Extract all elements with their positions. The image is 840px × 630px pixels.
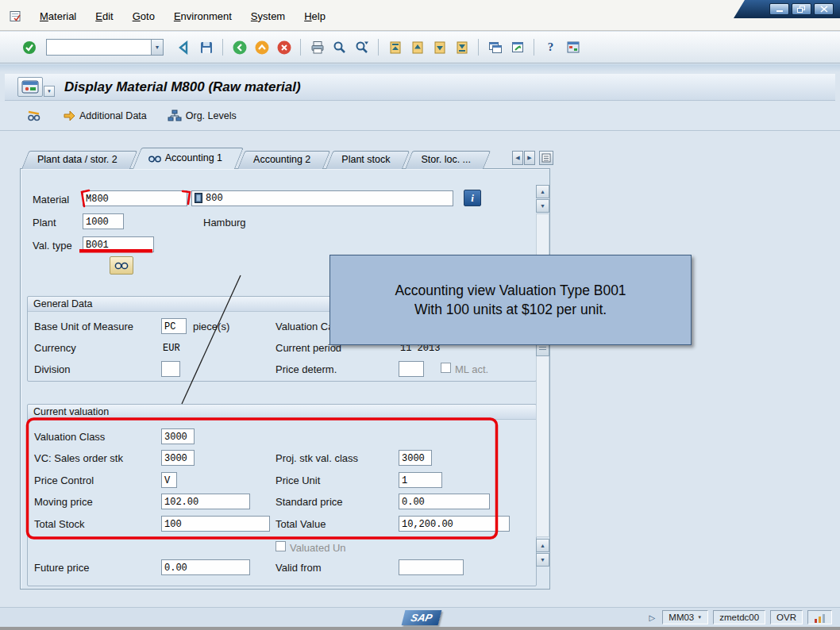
annotation-callout: Accounting view Valuation Type B001 With…	[329, 255, 692, 345]
command-dropdown-icon[interactable]: ▼	[151, 39, 164, 56]
status-insert-mode-cell[interactable]: OVR	[770, 610, 803, 624]
close-button[interactable]	[814, 3, 834, 15]
minimize-button[interactable]	[769, 3, 789, 15]
org-levels-button[interactable]: Org. Levels	[164, 107, 241, 125]
material-field[interactable]: M800	[83, 190, 187, 206]
tab-label: Stor. loc. ...	[421, 154, 471, 165]
scroll-up-bottom-icon[interactable]: ▲	[536, 539, 549, 552]
customize-layout-icon[interactable]	[563, 37, 583, 57]
plant-name-text: Hamburg	[203, 217, 245, 229]
first-page-icon[interactable]	[385, 37, 405, 57]
toolbar-separator	[534, 39, 534, 56]
tab-scroll-left-icon[interactable]: ◀	[512, 151, 523, 165]
menu-environment[interactable]: Environment	[165, 7, 241, 25]
scroll-down-icon[interactable]: ▼	[536, 199, 549, 213]
back-icon[interactable]	[174, 37, 194, 57]
price-determ-field[interactable]	[399, 361, 424, 377]
base-unit-field[interactable]: PC	[161, 318, 187, 334]
info-button[interactable]: i	[464, 190, 481, 206]
scroll-up-icon[interactable]: ▲	[536, 185, 549, 198]
toolbar-separator	[300, 39, 301, 56]
performance-icon	[814, 613, 826, 623]
restore-button[interactable]	[792, 3, 811, 15]
exit-circle-icon[interactable]	[252, 37, 272, 57]
price-control-field[interactable]: V	[161, 472, 177, 488]
current-valuation-group: Current valuation Valuation Class 3000 V…	[27, 404, 537, 586]
vc-sales-order-field[interactable]: 3000	[161, 450, 195, 466]
valuation-class-label: Valuation Class	[34, 431, 105, 443]
find-next-icon[interactable]	[352, 37, 372, 57]
command-field[interactable]: ▼	[46, 39, 164, 56]
callout-line-2: With 100 units at $102 per unit.	[414, 302, 607, 318]
command-input[interactable]	[46, 39, 151, 56]
save-icon[interactable]	[196, 37, 216, 57]
back-circle-icon[interactable]	[229, 37, 249, 57]
plant-field[interactable]: 1000	[83, 213, 124, 229]
tab-list-icon[interactable]	[539, 151, 553, 165]
help-icon[interactable]: ?	[541, 37, 561, 57]
status-performance-cell[interactable]	[807, 610, 832, 624]
previous-page-icon[interactable]	[407, 37, 427, 57]
system-menu-icon[interactable]	[10, 10, 23, 22]
current-valuation-title: Current valuation	[28, 405, 536, 420]
moving-price-field[interactable]: 102.00	[161, 494, 250, 509]
glasses-icon	[114, 261, 129, 271]
proj-stk-val-class-field[interactable]: 3000	[399, 450, 432, 466]
menu-help[interactable]: Help	[295, 7, 334, 25]
screen-menu-icon[interactable]	[17, 77, 43, 97]
future-price-label: Future price	[34, 562, 89, 574]
additional-data-button[interactable]: Additional Data	[59, 107, 151, 125]
total-stock-field[interactable]: 100	[161, 516, 270, 532]
toolbar-divider-band	[0, 64, 840, 72]
tab-plant-stock[interactable]: Plant stock	[326, 151, 403, 169]
new-session-icon[interactable]	[485, 37, 505, 57]
display-values-button[interactable]	[110, 256, 133, 275]
valuated-checkbox[interactable]	[276, 541, 286, 551]
screen-menu-button[interactable]: ▼	[17, 77, 55, 97]
tab-strip: Plant data / stor. 2 Accounting 1 Accoun…	[21, 148, 530, 169]
transaction-dropdown-icon[interactable]: ▼	[697, 615, 702, 620]
menu-material[interactable]: Material	[31, 7, 85, 25]
toolbar-separator	[478, 39, 479, 56]
total-value-field[interactable]: 10,200.00	[399, 516, 510, 532]
material-description-field[interactable]: 800	[191, 190, 453, 206]
server-name: zmetdc00	[719, 613, 759, 622]
total-stock-label: Total Stock	[34, 518, 85, 530]
tab-scroll-right-icon[interactable]: ▶	[524, 151, 535, 165]
cancel-circle-icon[interactable]	[274, 37, 294, 57]
create-shortcut-icon[interactable]	[507, 37, 527, 57]
display-change-button[interactable]	[22, 106, 46, 125]
help-glyph: ?	[548, 40, 554, 54]
last-page-icon[interactable]	[452, 37, 472, 57]
tab-plant-data-stor-2[interactable]: Plant data / stor. 2	[21, 151, 130, 169]
valuation-class-field[interactable]: 3000	[161, 428, 195, 444]
standard-price-field[interactable]: 0.00	[399, 494, 490, 509]
status-expand-icon[interactable]: ▷	[647, 613, 658, 623]
status-transaction-cell[interactable]: MM03 ▼	[662, 610, 708, 624]
enter-button[interactable]	[19, 37, 39, 57]
find-icon[interactable]	[329, 37, 349, 57]
val-type-field[interactable]: B001	[83, 236, 154, 252]
print-icon[interactable]	[307, 37, 327, 57]
next-page-icon[interactable]	[430, 37, 449, 57]
tab-stor-loc[interactable]: Stor. loc. ...	[405, 151, 484, 169]
scroll-down-bottom-icon[interactable]: ▼	[536, 553, 549, 567]
future-price-field[interactable]: 0.00	[161, 559, 250, 575]
material-desc-text: 800	[206, 193, 223, 206]
moving-price-label: Moving price	[34, 496, 93, 508]
material-desc-icon	[195, 193, 202, 203]
org-chart-icon	[168, 109, 182, 122]
base-unit-label: Base Unit of Measure	[34, 321, 133, 332]
division-field[interactable]	[161, 361, 180, 377]
tab-accounting-2[interactable]: Accounting 2	[237, 151, 323, 169]
tab-accounting-1[interactable]: Accounting 1	[133, 148, 235, 169]
menu-goto[interactable]: Goto	[124, 7, 164, 25]
ml-act-checkbox[interactable]	[441, 363, 451, 373]
menu-edit[interactable]: Edit	[87, 7, 121, 25]
screen-menu-dropdown-icon[interactable]: ▼	[44, 86, 55, 97]
valid-from-field[interactable]	[399, 559, 464, 575]
menu-system[interactable]: System	[242, 7, 294, 25]
price-unit-field[interactable]: 1	[399, 472, 442, 488]
transaction-code: MM03	[669, 613, 694, 622]
sap-window: Material Edit Goto Environment System He…	[0, 0, 840, 630]
